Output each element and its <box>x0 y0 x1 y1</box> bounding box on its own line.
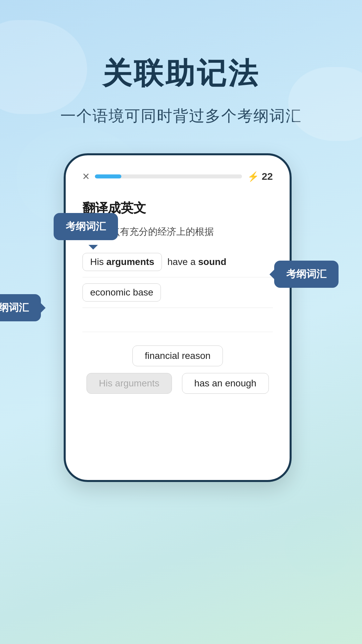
bottom-chip-has-an-enough[interactable]: has an enough <box>182 373 269 394</box>
answer-row-3-empty <box>82 308 273 332</box>
top-bar: × ⚡ 22 <box>82 169 273 183</box>
bg-decor-1 <box>0 20 87 114</box>
phone-wrapper: 考纲词汇 考纲词汇 考纲词汇 × ⚡ 22 <box>64 153 325 482</box>
answer-chip-his-arguments[interactable]: His arguments <box>82 253 162 271</box>
bg-decor-4 <box>285 517 352 577</box>
answer-text-have-a-sound: have a sound <box>167 257 226 267</box>
tooltip-kaogan-2: 考纲词汇 <box>274 261 339 288</box>
phone-inner: × ⚡ 22 翻译成英文 他的论点有充分的经济上的根据 Hi <box>66 155 290 414</box>
tooltip-kaogan-3: 考纲词汇 <box>0 294 41 321</box>
bg-decor-2 <box>288 67 362 141</box>
bold-sound: sound <box>198 257 226 267</box>
bottom-chip-his-arguments-disabled[interactable]: His arguments <box>86 373 172 394</box>
page-container: 关联助记法 一个语境可同时背过多个考纲词汇 考纲词汇 考纲词汇 考纲词汇 × <box>0 0 362 644</box>
text-base: base <box>130 287 154 298</box>
answer-row-1: His arguments have a sound <box>82 250 273 277</box>
progress-bar-bg <box>95 174 242 178</box>
progress-bar-fill <box>95 174 121 178</box>
tooltip-kaogan-1: 考纲词汇 <box>54 213 118 240</box>
lightning-icon: ⚡ <box>247 171 259 182</box>
page-title: 关联助记法 <box>102 54 260 94</box>
bottom-chip-financial-reason[interactable]: financial reason <box>132 345 223 366</box>
bottom-options: financial reason His arguments has an en… <box>82 345 273 394</box>
page-subtitle: 一个语境可同时背过多个考纲词汇 <box>60 106 302 126</box>
answer-row-2: economic base <box>82 277 273 308</box>
score-area: ⚡ 22 <box>247 171 273 182</box>
score-value: 22 <box>262 171 273 182</box>
chip-text-his: His <box>90 257 106 267</box>
close-button[interactable]: × <box>82 169 89 183</box>
phone-frame: × ⚡ 22 翻译成英文 他的论点有充分的经济上的根据 Hi <box>64 153 292 482</box>
bold-economic: economic <box>90 287 130 298</box>
bottom-row-2: His arguments has an enough <box>86 373 269 394</box>
chip-text-arguments: arguments <box>106 257 154 267</box>
answer-chip-economic-base[interactable]: economic base <box>82 283 161 302</box>
